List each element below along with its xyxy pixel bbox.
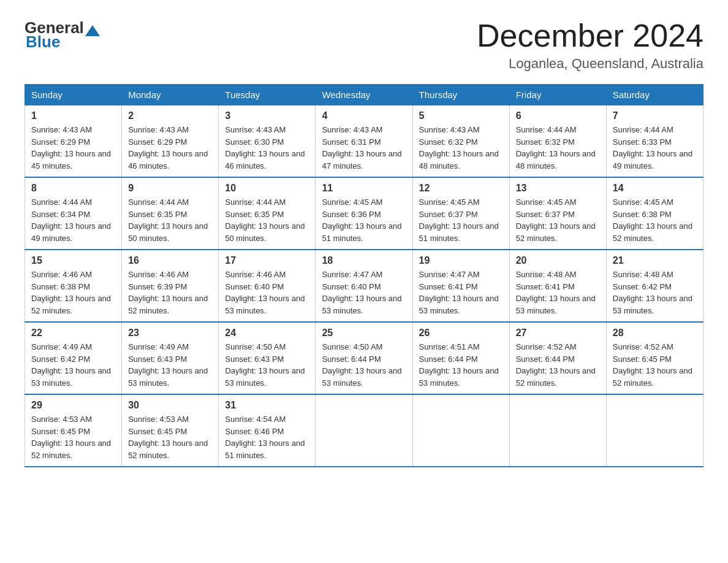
day-info: Sunrise: 4:48 AMSunset: 6:42 PMDaylight:… <box>613 269 697 316</box>
calendar-cell: 10Sunrise: 4:44 AMSunset: 6:35 PMDayligh… <box>219 177 316 250</box>
day-number: 8 <box>31 183 115 194</box>
calendar-cell: 9Sunrise: 4:44 AMSunset: 6:35 PMDaylight… <box>122 177 219 250</box>
day-number: 22 <box>31 327 115 339</box>
day-info: Sunrise: 4:45 AMSunset: 6:38 PMDaylight:… <box>613 196 697 244</box>
day-number: 18 <box>322 255 406 266</box>
header-cell-saturday: Saturday <box>606 85 703 105</box>
day-number: 12 <box>419 183 503 194</box>
week-row: 29Sunrise: 4:53 AMSunset: 6:45 PMDayligh… <box>25 394 703 467</box>
day-number: 7 <box>613 110 697 121</box>
calendar-cell: 23Sunrise: 4:49 AMSunset: 6:43 PMDayligh… <box>122 322 219 394</box>
header-cell-wednesday: Wednesday <box>316 85 412 105</box>
day-info: Sunrise: 4:43 AMSunset: 6:29 PMDaylight:… <box>128 124 212 172</box>
day-number: 25 <box>322 327 406 339</box>
day-info: Sunrise: 4:46 AMSunset: 6:39 PMDaylight:… <box>128 269 212 316</box>
day-number: 21 <box>613 255 697 266</box>
calendar-header: SundayMondayTuesdayWednesdayThursdayFrid… <box>25 85 703 105</box>
calendar-cell: 15Sunrise: 4:46 AMSunset: 6:38 PMDayligh… <box>25 250 122 322</box>
week-row: 22Sunrise: 4:49 AMSunset: 6:42 PMDayligh… <box>25 322 703 394</box>
calendar-cell: 6Sunrise: 4:44 AMSunset: 6:32 PMDaylight… <box>509 105 606 178</box>
day-info: Sunrise: 4:53 AMSunset: 6:45 PMDaylight:… <box>31 413 115 461</box>
day-info: Sunrise: 4:46 AMSunset: 6:38 PMDaylight:… <box>31 269 115 316</box>
calendar-table: SundayMondayTuesdayWednesdayThursdayFrid… <box>25 84 703 467</box>
day-number: 26 <box>419 327 503 339</box>
location-title: Loganlea, Queensland, Australia <box>477 56 703 72</box>
day-number: 2 <box>128 110 212 121</box>
day-number: 27 <box>516 327 600 339</box>
calendar-cell <box>509 394 606 467</box>
calendar-cell: 29Sunrise: 4:53 AMSunset: 6:45 PMDayligh… <box>25 394 122 467</box>
day-number: 9 <box>128 183 212 194</box>
day-info: Sunrise: 4:44 AMSunset: 6:32 PMDaylight:… <box>516 124 600 172</box>
day-info: Sunrise: 4:45 AMSunset: 6:36 PMDaylight:… <box>322 196 406 244</box>
day-number: 24 <box>225 327 309 339</box>
week-row: 1Sunrise: 4:43 AMSunset: 6:29 PMDaylight… <box>25 105 703 178</box>
header-cell-friday: Friday <box>509 85 606 105</box>
calendar-cell: 24Sunrise: 4:50 AMSunset: 6:43 PMDayligh… <box>219 322 316 394</box>
day-number: 31 <box>225 400 309 411</box>
day-info: Sunrise: 4:45 AMSunset: 6:37 PMDaylight:… <box>516 196 600 244</box>
calendar-cell: 11Sunrise: 4:45 AMSunset: 6:36 PMDayligh… <box>316 177 412 250</box>
calendar-cell: 31Sunrise: 4:54 AMSunset: 6:46 PMDayligh… <box>219 394 316 467</box>
title-area: December 2024 Loganlea, Queensland, Aust… <box>477 18 703 72</box>
day-info: Sunrise: 4:44 AMSunset: 6:33 PMDaylight:… <box>613 124 697 172</box>
calendar-cell: 3Sunrise: 4:43 AMSunset: 6:30 PMDaylight… <box>219 105 316 178</box>
day-number: 17 <box>225 255 309 266</box>
day-info: Sunrise: 4:43 AMSunset: 6:31 PMDaylight:… <box>322 124 406 172</box>
day-info: Sunrise: 4:49 AMSunset: 6:42 PMDaylight:… <box>31 341 115 389</box>
day-info: Sunrise: 4:53 AMSunset: 6:45 PMDaylight:… <box>128 413 212 461</box>
day-info: Sunrise: 4:52 AMSunset: 6:45 PMDaylight:… <box>613 341 697 389</box>
calendar-cell <box>316 394 412 467</box>
day-info: Sunrise: 4:48 AMSunset: 6:41 PMDaylight:… <box>516 269 600 316</box>
day-number: 14 <box>613 183 697 194</box>
day-number: 11 <box>322 183 406 194</box>
day-info: Sunrise: 4:54 AMSunset: 6:46 PMDaylight:… <box>225 413 309 461</box>
calendar-cell: 20Sunrise: 4:48 AMSunset: 6:41 PMDayligh… <box>509 250 606 322</box>
calendar-cell: 18Sunrise: 4:47 AMSunset: 6:40 PMDayligh… <box>316 250 412 322</box>
calendar-cell: 19Sunrise: 4:47 AMSunset: 6:41 PMDayligh… <box>412 250 509 322</box>
calendar-cell: 28Sunrise: 4:52 AMSunset: 6:45 PMDayligh… <box>606 322 703 394</box>
header-row: SundayMondayTuesdayWednesdayThursdayFrid… <box>25 85 703 105</box>
day-info: Sunrise: 4:44 AMSunset: 6:35 PMDaylight:… <box>225 196 309 244</box>
calendar-cell: 4Sunrise: 4:43 AMSunset: 6:31 PMDaylight… <box>316 105 412 178</box>
week-row: 15Sunrise: 4:46 AMSunset: 6:38 PMDayligh… <box>25 250 703 322</box>
day-info: Sunrise: 4:47 AMSunset: 6:40 PMDaylight:… <box>322 269 406 316</box>
calendar-cell: 1Sunrise: 4:43 AMSunset: 6:29 PMDaylight… <box>25 105 122 178</box>
calendar-cell: 8Sunrise: 4:44 AMSunset: 6:34 PMDaylight… <box>25 177 122 250</box>
day-info: Sunrise: 4:50 AMSunset: 6:43 PMDaylight:… <box>225 341 309 389</box>
day-info: Sunrise: 4:44 AMSunset: 6:35 PMDaylight:… <box>128 196 212 244</box>
header-cell-thursday: Thursday <box>412 85 509 105</box>
day-info: Sunrise: 4:50 AMSunset: 6:44 PMDaylight:… <box>322 341 406 389</box>
day-number: 30 <box>128 400 212 411</box>
day-info: Sunrise: 4:43 AMSunset: 6:30 PMDaylight:… <box>225 124 309 172</box>
calendar-cell: 13Sunrise: 4:45 AMSunset: 6:37 PMDayligh… <box>509 177 606 250</box>
day-number: 15 <box>31 255 115 266</box>
day-info: Sunrise: 4:45 AMSunset: 6:37 PMDaylight:… <box>419 196 503 244</box>
calendar-cell: 2Sunrise: 4:43 AMSunset: 6:29 PMDaylight… <box>122 105 219 178</box>
day-info: Sunrise: 4:47 AMSunset: 6:41 PMDaylight:… <box>419 269 503 316</box>
day-info: Sunrise: 4:46 AMSunset: 6:40 PMDaylight:… <box>225 269 309 316</box>
day-number: 20 <box>516 255 600 266</box>
day-number: 6 <box>516 110 600 121</box>
page-header: General Blue December 2024 Loganlea, Que… <box>25 18 703 72</box>
header-cell-monday: Monday <box>122 85 219 105</box>
day-number: 10 <box>225 183 309 194</box>
day-number: 28 <box>613 327 697 339</box>
day-number: 1 <box>31 110 115 121</box>
day-number: 29 <box>31 400 115 411</box>
day-number: 3 <box>225 110 309 121</box>
day-number: 13 <box>516 183 600 194</box>
calendar-cell: 17Sunrise: 4:46 AMSunset: 6:40 PMDayligh… <box>219 250 316 322</box>
day-number: 19 <box>419 255 503 266</box>
day-number: 16 <box>128 255 212 266</box>
calendar-cell: 12Sunrise: 4:45 AMSunset: 6:37 PMDayligh… <box>412 177 509 250</box>
day-number: 23 <box>128 327 212 339</box>
day-number: 4 <box>322 110 406 121</box>
header-cell-sunday: Sunday <box>25 85 122 105</box>
logo: General Blue <box>25 18 100 52</box>
calendar-cell: 7Sunrise: 4:44 AMSunset: 6:33 PMDaylight… <box>606 105 703 178</box>
day-info: Sunrise: 4:52 AMSunset: 6:44 PMDaylight:… <box>516 341 600 389</box>
day-info: Sunrise: 4:51 AMSunset: 6:44 PMDaylight:… <box>419 341 503 389</box>
month-title: December 2024 <box>477 18 703 53</box>
calendar-cell: 16Sunrise: 4:46 AMSunset: 6:39 PMDayligh… <box>122 250 219 322</box>
